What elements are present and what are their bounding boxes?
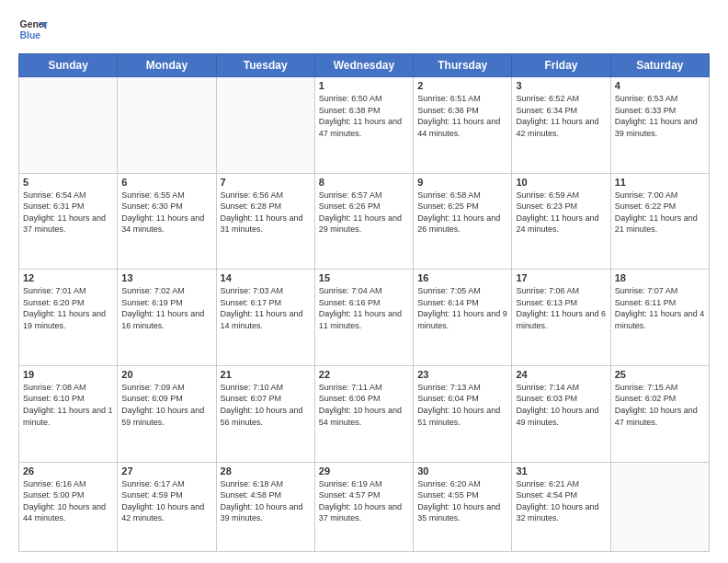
day-number: 12 xyxy=(23,272,113,283)
day-number: 29 xyxy=(319,465,409,477)
day-info: Sunrise: 7:11 AM Sunset: 6:06 PM Dayligh… xyxy=(319,382,409,428)
calendar-day-14: 14Sunrise: 7:03 AM Sunset: 6:17 PM Dayli… xyxy=(216,270,314,366)
calendar-day-5: 5Sunrise: 6:54 AM Sunset: 6:31 PM Daylig… xyxy=(19,173,118,270)
calendar-day-2: 2Sunrise: 6:51 AM Sunset: 6:36 PM Daylig… xyxy=(414,77,512,174)
calendar-day-empty xyxy=(216,77,314,174)
day-header-monday: Monday xyxy=(118,54,216,77)
day-header-friday: Friday xyxy=(512,54,610,77)
day-number: 4 xyxy=(615,80,705,91)
calendar-day-29: 29Sunrise: 6:19 AM Sunset: 4:57 PM Dayli… xyxy=(314,462,413,552)
calendar-day-15: 15Sunrise: 7:04 AM Sunset: 6:16 PM Dayli… xyxy=(314,270,413,366)
day-info: Sunrise: 6:51 AM Sunset: 6:36 PM Dayligh… xyxy=(417,93,507,139)
day-header-wednesday: Wednesday xyxy=(314,54,413,77)
day-number: 23 xyxy=(417,369,507,380)
calendar-day-1: 1Sunrise: 6:50 AM Sunset: 6:38 PM Daylig… xyxy=(314,77,413,174)
calendar-day-13: 13Sunrise: 7:02 AM Sunset: 6:19 PM Dayli… xyxy=(118,270,216,366)
day-info: Sunrise: 6:50 AM Sunset: 6:38 PM Dayligh… xyxy=(319,93,409,139)
day-info: Sunrise: 6:16 AM Sunset: 5:00 PM Dayligh… xyxy=(23,478,113,524)
day-number: 1 xyxy=(319,80,409,91)
day-info: Sunrise: 6:55 AM Sunset: 6:30 PM Dayligh… xyxy=(121,190,211,236)
day-number: 16 xyxy=(417,272,507,283)
day-info: Sunrise: 7:08 AM Sunset: 6:10 PM Dayligh… xyxy=(23,382,113,428)
day-number: 19 xyxy=(23,369,113,380)
calendar-day-empty xyxy=(118,77,216,174)
calendar-week-1: 1Sunrise: 6:50 AM Sunset: 6:38 PM Daylig… xyxy=(19,77,710,174)
calendar-body: 1Sunrise: 6:50 AM Sunset: 6:38 PM Daylig… xyxy=(19,77,710,552)
calendar-day-9: 9Sunrise: 6:58 AM Sunset: 6:25 PM Daylig… xyxy=(414,173,512,270)
day-info: Sunrise: 6:58 AM Sunset: 6:25 PM Dayligh… xyxy=(417,190,507,236)
day-number: 30 xyxy=(417,465,507,477)
calendar-day-27: 27Sunrise: 6:17 AM Sunset: 4:59 PM Dayli… xyxy=(118,462,216,552)
calendar-day-empty xyxy=(19,77,118,174)
day-info: Sunrise: 6:19 AM Sunset: 4:57 PM Dayligh… xyxy=(319,478,409,524)
calendar-header-row: SundayMondayTuesdayWednesdayThursdayFrid… xyxy=(19,54,710,77)
day-number: 28 xyxy=(221,465,311,477)
day-info: Sunrise: 6:20 AM Sunset: 4:55 PM Dayligh… xyxy=(417,478,507,524)
day-header-saturday: Saturday xyxy=(610,54,709,77)
day-number: 5 xyxy=(23,177,113,188)
day-number: 9 xyxy=(417,177,507,188)
day-number: 2 xyxy=(417,80,507,91)
calendar-week-3: 12Sunrise: 7:01 AM Sunset: 6:20 PM Dayli… xyxy=(19,270,710,366)
calendar-week-4: 19Sunrise: 7:08 AM Sunset: 6:10 PM Dayli… xyxy=(19,365,710,462)
day-number: 17 xyxy=(516,272,606,283)
day-header-sunday: Sunday xyxy=(19,54,118,77)
svg-text:Blue: Blue xyxy=(20,30,41,40)
calendar-day-25: 25Sunrise: 7:15 AM Sunset: 6:02 PM Dayli… xyxy=(610,365,709,462)
day-number: 24 xyxy=(516,369,606,380)
day-info: Sunrise: 7:00 AM Sunset: 6:22 PM Dayligh… xyxy=(615,190,705,236)
calendar-day-23: 23Sunrise: 7:13 AM Sunset: 6:04 PM Dayli… xyxy=(414,365,512,462)
day-info: Sunrise: 6:57 AM Sunset: 6:26 PM Dayligh… xyxy=(319,190,409,236)
day-number: 21 xyxy=(221,369,311,380)
day-number: 15 xyxy=(319,272,409,283)
calendar-day-21: 21Sunrise: 7:10 AM Sunset: 6:07 PM Dayli… xyxy=(216,365,314,462)
day-info: Sunrise: 7:10 AM Sunset: 6:07 PM Dayligh… xyxy=(221,382,311,428)
day-number: 7 xyxy=(221,177,311,188)
calendar-day-22: 22Sunrise: 7:11 AM Sunset: 6:06 PM Dayli… xyxy=(314,365,413,462)
day-number: 18 xyxy=(615,272,705,283)
day-number: 8 xyxy=(319,177,409,188)
day-number: 22 xyxy=(319,369,409,380)
calendar-day-24: 24Sunrise: 7:14 AM Sunset: 6:03 PM Dayli… xyxy=(512,365,610,462)
calendar-day-11: 11Sunrise: 7:00 AM Sunset: 6:22 PM Dayli… xyxy=(610,173,709,270)
day-number: 3 xyxy=(516,80,606,91)
day-info: Sunrise: 6:21 AM Sunset: 4:54 PM Dayligh… xyxy=(516,478,606,524)
calendar-day-19: 19Sunrise: 7:08 AM Sunset: 6:10 PM Dayli… xyxy=(19,365,118,462)
calendar-day-8: 8Sunrise: 6:57 AM Sunset: 6:26 PM Daylig… xyxy=(314,173,413,270)
calendar-day-16: 16Sunrise: 7:05 AM Sunset: 6:14 PM Dayli… xyxy=(414,270,512,366)
logo-icon: General Blue xyxy=(18,15,48,44)
page-header: General Blue xyxy=(18,15,710,44)
day-header-tuesday: Tuesday xyxy=(216,54,314,77)
calendar-day-7: 7Sunrise: 6:56 AM Sunset: 6:28 PM Daylig… xyxy=(216,173,314,270)
day-info: Sunrise: 7:14 AM Sunset: 6:03 PM Dayligh… xyxy=(516,382,606,428)
day-info: Sunrise: 6:18 AM Sunset: 4:58 PM Dayligh… xyxy=(221,478,311,524)
logo: General Blue xyxy=(18,15,51,44)
day-header-thursday: Thursday xyxy=(414,54,512,77)
day-number: 6 xyxy=(121,177,211,188)
calendar-week-2: 5Sunrise: 6:54 AM Sunset: 6:31 PM Daylig… xyxy=(19,173,710,270)
calendar-day-31: 31Sunrise: 6:21 AM Sunset: 4:54 PM Dayli… xyxy=(512,462,610,552)
calendar-day-30: 30Sunrise: 6:20 AM Sunset: 4:55 PM Dayli… xyxy=(414,462,512,552)
calendar-day-18: 18Sunrise: 7:07 AM Sunset: 6:11 PM Dayli… xyxy=(610,270,709,366)
day-info: Sunrise: 7:15 AM Sunset: 6:02 PM Dayligh… xyxy=(615,382,705,428)
day-number: 27 xyxy=(121,465,211,477)
day-number: 25 xyxy=(615,369,705,380)
day-info: Sunrise: 6:56 AM Sunset: 6:28 PM Dayligh… xyxy=(221,190,311,236)
calendar-day-4: 4Sunrise: 6:53 AM Sunset: 6:33 PM Daylig… xyxy=(610,77,709,174)
day-info: Sunrise: 7:06 AM Sunset: 6:13 PM Dayligh… xyxy=(516,285,606,331)
day-number: 10 xyxy=(516,177,606,188)
calendar-day-3: 3Sunrise: 6:52 AM Sunset: 6:34 PM Daylig… xyxy=(512,77,610,174)
day-info: Sunrise: 7:13 AM Sunset: 6:04 PM Dayligh… xyxy=(417,382,507,428)
calendar-day-12: 12Sunrise: 7:01 AM Sunset: 6:20 PM Dayli… xyxy=(19,270,118,366)
day-number: 13 xyxy=(121,272,211,283)
calendar-day-10: 10Sunrise: 6:59 AM Sunset: 6:23 PM Dayli… xyxy=(512,173,610,270)
day-info: Sunrise: 7:09 AM Sunset: 6:09 PM Dayligh… xyxy=(121,382,211,428)
calendar-day-6: 6Sunrise: 6:55 AM Sunset: 6:30 PM Daylig… xyxy=(118,173,216,270)
day-info: Sunrise: 6:52 AM Sunset: 6:34 PM Dayligh… xyxy=(516,93,606,139)
calendar-week-5: 26Sunrise: 6:16 AM Sunset: 5:00 PM Dayli… xyxy=(19,462,710,552)
calendar-day-empty xyxy=(610,462,709,552)
calendar-table: SundayMondayTuesdayWednesdayThursdayFrid… xyxy=(18,53,710,552)
day-info: Sunrise: 7:03 AM Sunset: 6:17 PM Dayligh… xyxy=(221,285,311,331)
day-info: Sunrise: 7:04 AM Sunset: 6:16 PM Dayligh… xyxy=(319,285,409,331)
day-info: Sunrise: 6:17 AM Sunset: 4:59 PM Dayligh… xyxy=(121,478,211,524)
